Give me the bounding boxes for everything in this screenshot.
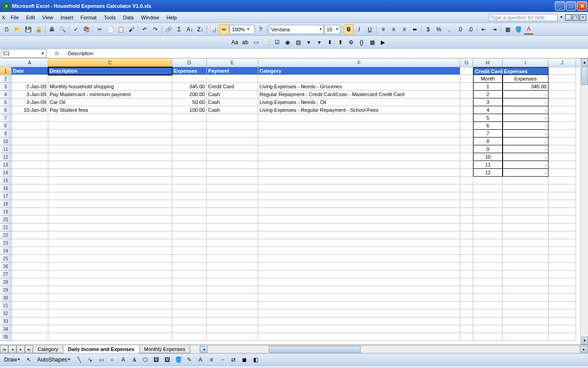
cell-cat[interactable] <box>258 294 460 302</box>
checkbox-icon[interactable]: ☑ <box>272 37 282 47</box>
cell-date[interactable] <box>11 255 48 263</box>
cell[interactable] <box>460 294 473 302</box>
horizontal-scrollbar[interactable]: ◂ ▸ <box>199 345 588 353</box>
cell-pay[interactable] <box>207 145 258 153</box>
cell[interactable] <box>548 224 576 231</box>
cell-date[interactable] <box>11 114 48 122</box>
cell-cc-month[interactable]: 7 <box>473 130 503 138</box>
cell-cat[interactable] <box>258 333 460 341</box>
cell[interactable] <box>460 208 473 216</box>
cell-desc[interactable] <box>48 224 172 231</box>
textbox-icon[interactable]: A <box>118 355 128 365</box>
cell[interactable] <box>548 98 576 106</box>
cell[interactable] <box>548 91 576 98</box>
cell-cat[interactable] <box>258 317 460 325</box>
cell-exp[interactable] <box>172 333 207 341</box>
open-icon[interactable]: 📂 <box>12 24 23 34</box>
cell[interactable] <box>473 325 503 333</box>
cell-cat[interactable] <box>258 286 460 294</box>
cell-desc[interactable]: Pay Student fees <box>48 106 172 114</box>
row-header-16[interactable]: 16 <box>0 184 11 192</box>
cell[interactable] <box>207 75 258 83</box>
row-header-15[interactable]: 15 <box>0 177 11 184</box>
cell-exp[interactable] <box>172 114 207 122</box>
cell-exp[interactable] <box>172 310 207 317</box>
cell[interactable] <box>548 106 576 114</box>
cell[interactable] <box>548 317 576 325</box>
cell-cat[interactable] <box>258 263 460 270</box>
copy-icon[interactable]: 📄 <box>105 24 115 34</box>
cell-desc[interactable] <box>48 239 172 247</box>
cell-date[interactable] <box>11 130 48 138</box>
cell-cat[interactable] <box>258 239 460 247</box>
oval-icon[interactable]: ○ <box>107 355 117 365</box>
cell-date[interactable]: 2-Jan-09 <box>11 83 48 91</box>
cell-cat[interactable] <box>258 310 460 317</box>
cell-exp[interactable] <box>172 231 207 239</box>
cell[interactable] <box>473 286 503 294</box>
cell-exp[interactable] <box>172 325 207 333</box>
row-header-27[interactable]: 27 <box>0 270 11 278</box>
cell[interactable] <box>503 255 548 263</box>
cell[interactable] <box>548 294 576 302</box>
cell[interactable] <box>473 333 503 341</box>
cell-cat[interactable] <box>258 114 460 122</box>
cell[interactable] <box>460 216 473 224</box>
fill-color-draw-icon[interactable]: 🪣 <box>173 355 183 365</box>
cell-date[interactable] <box>11 325 48 333</box>
align-left-icon[interactable]: ≡ <box>378 24 388 34</box>
cell-desc[interactable] <box>48 177 172 184</box>
cell-date[interactable] <box>11 294 48 302</box>
cell-desc[interactable] <box>48 231 172 239</box>
cell-exp[interactable] <box>172 302 207 310</box>
cell[interactable] <box>473 317 503 325</box>
cell[interactable] <box>460 177 473 184</box>
cell-cc-month[interactable]: 3 <box>473 98 503 106</box>
cell[interactable] <box>460 145 473 153</box>
underline-icon[interactable]: U <box>365 24 375 34</box>
minimize-button[interactable]: _ <box>555 1 565 11</box>
cell[interactable] <box>503 224 548 231</box>
font-size-combo[interactable]: 10▼ <box>324 25 340 34</box>
cell-pay[interactable] <box>207 270 258 278</box>
scrollbar-icon[interactable]: ⬍ <box>325 37 335 47</box>
cell-desc[interactable] <box>48 286 172 294</box>
format-painter-icon[interactable]: 🖌 <box>126 24 136 34</box>
cell-pay[interactable] <box>207 216 258 224</box>
cell-exp[interactable] <box>172 200 207 208</box>
cell-date[interactable]: 10-Jan-09 <box>11 106 48 114</box>
cell-pay[interactable] <box>207 294 258 302</box>
cell-exp[interactable] <box>172 294 207 302</box>
cell-pay[interactable] <box>207 208 258 216</box>
header-date[interactable]: Date <box>11 67 48 75</box>
cell-cc-exp[interactable]: - <box>503 169 548 177</box>
menu-view[interactable]: View <box>39 14 57 21</box>
row-header-12[interactable]: 12 <box>0 153 11 161</box>
cell[interactable] <box>460 114 473 122</box>
cell-exp[interactable] <box>172 255 207 263</box>
cell-exp[interactable] <box>172 247 207 255</box>
cell[interactable] <box>11 75 48 83</box>
menu-insert[interactable]: Insert <box>57 14 77 21</box>
row-header-20[interactable]: 20 <box>0 216 11 224</box>
cell[interactable] <box>548 325 576 333</box>
cell-date[interactable] <box>11 200 48 208</box>
cell[interactable] <box>473 208 503 216</box>
row-header-28[interactable]: 28 <box>0 278 11 286</box>
header-expenses[interactable]: Expenses <box>172 67 207 75</box>
menu-format[interactable]: Format <box>77 14 100 21</box>
cell[interactable] <box>460 153 473 161</box>
run-dialog-icon[interactable]: ▶ <box>378 37 388 47</box>
cell-cc-month[interactable]: 11 <box>473 161 503 169</box>
cell-cc-month[interactable]: 4 <box>473 106 503 114</box>
cell-cat[interactable] <box>258 169 460 177</box>
cell-date[interactable] <box>11 270 48 278</box>
sort-asc-icon[interactable]: A↓ <box>185 24 195 34</box>
cell-pay[interactable] <box>207 278 258 286</box>
cell-pay[interactable]: Cash <box>207 91 258 98</box>
cell[interactable] <box>48 75 172 83</box>
cell-desc[interactable] <box>48 278 172 286</box>
cut-icon[interactable]: ✂ <box>95 24 105 34</box>
cell-desc[interactable] <box>48 310 172 317</box>
font-name-combo[interactable]: Verdana▼ <box>269 25 324 34</box>
